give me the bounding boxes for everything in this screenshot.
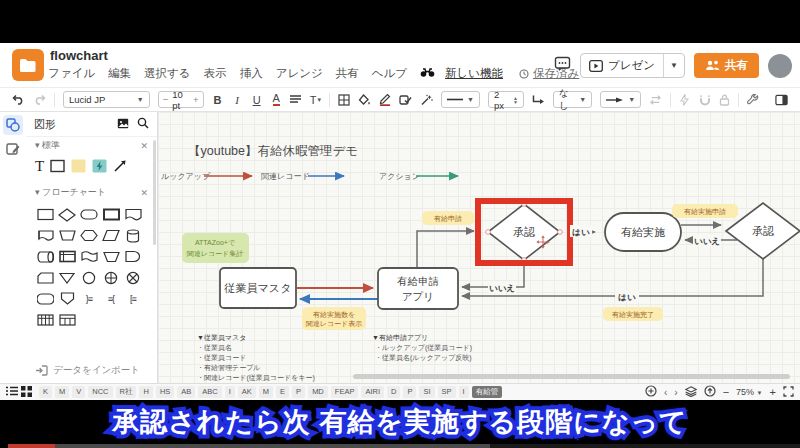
video-progress-buffered[interactable] [55, 444, 490, 448]
page-tab[interactable]: P [403, 386, 416, 398]
shape-table-icon[interactable] [56, 309, 78, 330]
new-features-link[interactable]: 新しい機能 [445, 66, 503, 81]
page-tab[interactable]: M [55, 386, 69, 398]
page-tab[interactable]: V [72, 386, 85, 398]
zoom-out-icon[interactable]: − [723, 386, 729, 398]
layers-icon[interactable] [685, 386, 697, 399]
rectangle-shape-icon[interactable] [50, 159, 65, 173]
shape-direct-data-icon[interactable] [34, 246, 56, 267]
swap-arrows-icon[interactable] [649, 95, 662, 105]
page-tab[interactable]: MD [308, 386, 328, 398]
legend-related-label[interactable]: 関連レコード [261, 172, 310, 181]
menu-help[interactable]: ヘルプ [372, 66, 407, 81]
text-options-button[interactable]: T▾ [310, 94, 322, 106]
panel-scrollbar[interactable] [153, 140, 156, 245]
image-icon[interactable] [117, 115, 129, 133]
shape-cylinder-icon[interactable] [122, 225, 144, 246]
note-attazoo[interactable]: ATTAZoo+で 関連レコード集計 [182, 233, 249, 263]
fit-to-screen-icon[interactable] [704, 385, 716, 399]
page-tab[interactable]: NCC [88, 386, 112, 398]
note-exec-done[interactable]: 有給実施完了 [603, 307, 663, 321]
italic-button[interactable]: I [231, 94, 243, 106]
underline-button[interactable]: U [251, 94, 263, 106]
page-tab[interactable]: H [139, 386, 152, 398]
align-icon[interactable] [290, 95, 302, 104]
shape-preparation-icon[interactable] [34, 288, 56, 309]
shape-grid-table-icon[interactable] [34, 309, 56, 330]
shape-brace-left-note-icon[interactable]: ≡{ [100, 288, 122, 309]
close-section-icon[interactable]: ✕ [140, 188, 148, 198]
font-color-button[interactable]: A [273, 93, 280, 106]
section-flowchart-header[interactable]: ▾ フローチャート✕ [26, 184, 157, 201]
edge-label-no2[interactable]: いいえ [488, 281, 516, 293]
node-employee-master[interactable]: 従業員マスタ [220, 268, 296, 308]
line-start-select[interactable]: なし▼ [553, 91, 592, 108]
node-approval1[interactable]: 承認 [486, 202, 563, 263]
shape-style-check-icon[interactable] [399, 94, 412, 106]
page-tab[interactable]: I [459, 386, 469, 398]
page-tab[interactable]: SP [438, 386, 456, 398]
page-tab[interactable]: FEAP [331, 386, 359, 398]
page-tab[interactable]: SI [419, 386, 434, 398]
shape-predefined-process-icon[interactable] [100, 204, 122, 225]
lightning-shape-icon[interactable] [92, 159, 107, 173]
page-tab[interactable]: D [387, 386, 400, 398]
page-tab[interactable]: ABC [198, 386, 221, 398]
menu-share[interactable]: 共有 [336, 66, 359, 81]
menu-select[interactable]: 選択する [144, 66, 191, 81]
shape-offpage-icon[interactable] [56, 288, 78, 309]
note-exec-request[interactable]: 有給実施申請 [672, 204, 738, 218]
menu-edit[interactable]: 編集 [108, 66, 131, 81]
video-progress-remaining[interactable] [490, 444, 800, 448]
connector-type-icon[interactable] [532, 94, 545, 106]
shape-hexagon-icon[interactable] [78, 225, 100, 246]
document-title[interactable]: flowchart [50, 48, 108, 63]
page-tab[interactable]: AK [238, 386, 256, 398]
line-end-select[interactable]: ▼ [600, 91, 641, 108]
page-list-icon[interactable] [6, 386, 18, 398]
shape-parallelogram-icon[interactable] [100, 225, 122, 246]
legend-lookup-label[interactable]: ルックアップ [161, 172, 211, 181]
page-tab[interactable]: E [276, 386, 289, 398]
page-tab[interactable]: HS [156, 386, 174, 398]
shape-bracket-note-icon[interactable]: [≡ [122, 288, 144, 309]
annotation-employee-master[interactable]: ▼従業員マスタ ・従業員名 ・従業員コード ・有給管理テーブル ・関連レコード(… [197, 334, 315, 382]
edge-label-yes1[interactable]: はい [570, 225, 592, 237]
sticky-note-shape-icon[interactable] [71, 159, 86, 173]
present-dropdown-caret[interactable]: ▼ [663, 54, 684, 77]
edge-label-no1[interactable]: いいえ [693, 234, 721, 246]
font-size-stepper[interactable]: −10 pt+ [158, 91, 204, 108]
sticky-note-tool-button[interactable] [3, 139, 23, 159]
page-tab[interactable]: R社 [116, 386, 137, 398]
legend-action-label[interactable]: アクション [379, 172, 420, 181]
lock-icon[interactable] [719, 94, 731, 106]
shape-merge-icon[interactable] [56, 267, 78, 288]
zoom-level[interactable]: 75% ▼ [736, 387, 762, 397]
edge-label-yes2[interactable]: はい [615, 290, 639, 302]
edge-app-to-approval[interactable] [417, 231, 474, 268]
zoom-in-icon[interactable]: + [770, 386, 776, 398]
line-width-stepper[interactable]: 2 px▲▼ [488, 91, 524, 108]
line-style-select[interactable]: ▼ [441, 91, 480, 108]
shape-card-icon[interactable] [34, 267, 56, 288]
page-tab[interactable]: I [225, 386, 235, 398]
shape-multi-document-icon[interactable] [34, 225, 56, 246]
diagram-title[interactable]: 【youtube】有給休暇管理デモ [188, 144, 358, 158]
close-section-icon[interactable]: ✕ [140, 141, 148, 151]
canvas-horizontal-scrollbar[interactable] [353, 374, 790, 379]
page-tab[interactable]: P [292, 386, 305, 398]
table-icon[interactable] [338, 94, 350, 106]
section-standard-header[interactable]: ▾ 標準✕ [26, 137, 157, 154]
menu-view[interactable]: 表示 [204, 66, 227, 81]
arrow-shape-icon[interactable] [113, 159, 127, 173]
shapes-tool-button[interactable] [3, 115, 23, 135]
page-tab[interactable]: AIRI [361, 386, 384, 398]
lightning-icon[interactable] [679, 94, 691, 106]
menu-arrange[interactable]: アレンジ [276, 66, 323, 81]
note-leave-request[interactable]: 有給申請 [422, 211, 474, 225]
comment-icon[interactable] [554, 56, 571, 76]
annotation-leave-app[interactable]: ▼有給申請アプリ ・ルックアップ(従業員コード) ・従業員名(ルックアップ反映) [372, 334, 472, 362]
next-page-icon[interactable]: › [674, 387, 677, 398]
magnet-icon[interactable] [699, 94, 711, 106]
shape-decision-icon[interactable] [56, 204, 78, 225]
